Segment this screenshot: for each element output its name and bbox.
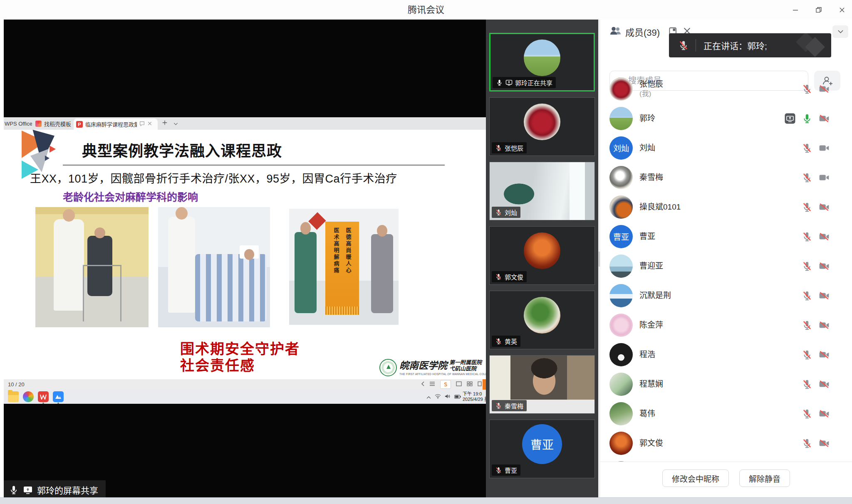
presentation-file-icon: P — [76, 121, 83, 128]
slide-title: 典型案例教学法融入课程思政 — [82, 139, 282, 161]
member-row[interactable]: 郭玲 — [600, 104, 852, 133]
mic-muted-white-icon — [495, 402, 502, 409]
video-tile[interactable]: 郭文俊 — [489, 226, 595, 285]
member-name: 葛伟 — [639, 409, 655, 419]
tile-name-label: 曹亚 — [492, 464, 520, 476]
member-row[interactable]: 陈金萍 — [600, 310, 852, 340]
slide-case-text: 王XX，101岁，因髋部骨折行手术治疗/张XX，95岁，因胃Ca行手术治疗 — [30, 170, 397, 186]
docer-icon — [35, 121, 42, 127]
comment-bubble-icon[interactable] — [139, 121, 145, 128]
mic-on-icon — [802, 113, 812, 124]
member-name: 程浩 — [639, 350, 655, 360]
cam-muted-icon — [819, 113, 830, 124]
mic-white-icon — [496, 79, 503, 86]
participant-avatar: 曹亚 — [522, 424, 562, 464]
system-clock[interactable]: 下午 19:0 2025/4/29 星期二 — [463, 391, 486, 403]
browser-icon[interactable] — [23, 391, 34, 402]
member-row[interactable]: 曹亚曹亚 — [600, 222, 852, 251]
cam-muted-icon — [819, 231, 830, 242]
speaking-toast: 正在讲话：郭玲; — [669, 33, 831, 57]
member-row[interactable]: 葛伟 — [600, 399, 852, 428]
close-button[interactable] — [838, 6, 846, 14]
panel-resize-handle[interactable] — [599, 252, 600, 267]
new-tab-icon[interactable] — [162, 120, 168, 127]
tile-name-label: 郭文俊 — [492, 271, 527, 282]
member-row[interactable]: 曹迎亚 — [600, 251, 852, 281]
cam-muted-icon — [819, 408, 830, 419]
speaking-toast-text: 正在讲话：郭玲; — [703, 39, 767, 52]
share-white-icon — [505, 79, 513, 86]
speaker-icon[interactable] — [445, 393, 451, 400]
member-avatar — [609, 195, 633, 219]
video-tile[interactable]: 曹亚曹亚 — [489, 420, 595, 478]
slide-red-text-2: 社会责任感 — [180, 354, 255, 375]
tab-docer-templates[interactable]: 找稻壳模板 — [35, 117, 74, 130]
wps-app-icon[interactable] — [38, 391, 49, 402]
tab-list-chevron-icon[interactable] — [173, 120, 178, 127]
member-row[interactable]: 沉默是荆 — [600, 281, 852, 310]
member-name: 程慧娴 — [639, 379, 663, 389]
video-tile[interactable]: 张恺辰 — [489, 97, 595, 156]
minimize-button[interactable] — [791, 6, 800, 14]
slide-title-rule — [63, 165, 445, 166]
normal-view-icon[interactable] — [456, 381, 462, 388]
mic-muted-icon — [678, 40, 689, 51]
member-sub-label: (我) — [639, 89, 663, 98]
cam-muted-icon — [819, 349, 830, 360]
battery-icon[interactable] — [454, 393, 461, 400]
mic-muted-icon — [802, 438, 812, 449]
member-name: 秦雪梅 — [639, 173, 663, 183]
tile-name-label: 刘灿 — [492, 207, 520, 218]
member-row[interactable]: 秦雪梅 — [600, 163, 852, 192]
wps-slideshow-icon[interactable] — [440, 380, 451, 389]
page-indicator: 10 / 20 — [8, 381, 25, 388]
deco-arrow-red — [50, 146, 56, 153]
prev-slide-icon[interactable] — [421, 381, 424, 388]
member-row[interactable]: 程浩 — [600, 340, 852, 369]
restore-button[interactable] — [815, 6, 823, 14]
member-name: 曹迎亚 — [639, 261, 663, 271]
deco-arrow-navy — [45, 156, 50, 161]
tab-active-document[interactable]: P 临床麻醉学课程思政集体备课 — [74, 119, 158, 130]
wifi-icon[interactable] — [435, 393, 441, 400]
member-row[interactable]: 刘灿刘灿 — [600, 133, 852, 163]
member-avatar — [609, 254, 633, 278]
member-row[interactable]: 张恺辰(我) — [600, 74, 852, 104]
collapse-chevron-icon[interactable] — [832, 25, 848, 38]
window-title: 腾讯会议 — [0, 0, 852, 20]
video-tile[interactable]: 刘灿 — [489, 162, 595, 220]
member-list: 张恺辰(我)郭玲刘灿刘灿秦雪梅操良斌0101曹亚曹亚曹迎亚沉默是荆陈金萍程浩程慧… — [600, 74, 852, 462]
member-row-partial[interactable] — [600, 458, 852, 462]
tile-name-label: 秦雪梅 — [492, 400, 527, 411]
mic-muted-white-icon — [495, 273, 502, 280]
member-avatar — [609, 343, 633, 366]
video-tile[interactable]: 秦雪梅 — [489, 355, 595, 414]
mic-muted-icon — [802, 143, 812, 153]
member-name: 陈金萍 — [639, 320, 663, 330]
unmute-button[interactable]: 解除静音 — [739, 469, 790, 487]
video-tile[interactable]: 黄英 — [489, 291, 595, 349]
close-tab-icon[interactable] — [147, 121, 152, 127]
tab-wps-office[interactable]: WPS Office — [5, 117, 32, 130]
participant-avatar — [524, 297, 560, 334]
photo-hospital-bedside — [158, 207, 270, 327]
tray-expand-icon[interactable] — [426, 393, 431, 400]
file-explorer-icon[interactable] — [8, 391, 19, 402]
video-tile[interactable]: 郭玲正在共享 — [489, 33, 595, 91]
member-row[interactable]: 郭文俊 — [600, 428, 852, 458]
members-panel: 成员(39) 正在讲话：郭玲; — [600, 20, 852, 497]
outline-view-icon[interactable] — [429, 381, 435, 388]
grid-view-icon[interactable] — [467, 381, 473, 388]
cam-on-icon — [819, 172, 830, 183]
presentation-slide: 典型案例教学法融入课程思政 王XX，101岁，因髋部骨折行手术治疗/张XX，95… — [4, 130, 486, 379]
reading-view-icon[interactable] — [478, 381, 482, 388]
photo-elderly-patient-walker — [35, 207, 149, 327]
rename-button[interactable]: 修改会中昵称 — [662, 469, 729, 487]
presenter-badge-text: 郭玲的屏幕共享 — [37, 484, 98, 496]
member-row[interactable]: 程慧娴 — [600, 369, 852, 399]
meeting-app-icon[interactable] — [53, 391, 64, 402]
toast-divider — [696, 39, 696, 52]
mic-muted-icon — [802, 261, 812, 272]
mic-muted-white-icon — [495, 338, 502, 345]
member-row[interactable]: 操良斌0101 — [600, 192, 852, 222]
